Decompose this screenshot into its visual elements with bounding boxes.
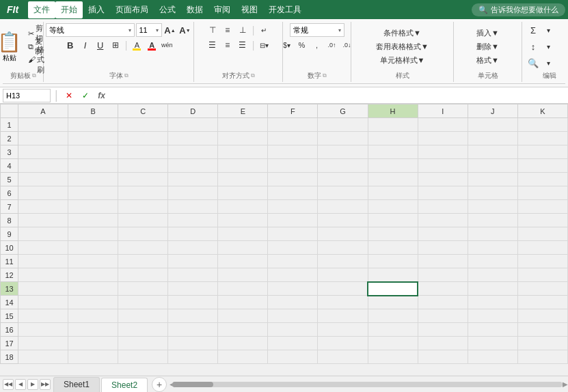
cell-J8[interactable] (468, 214, 517, 227)
cell-I6[interactable] (418, 186, 468, 200)
cell-J2[interactable] (468, 132, 517, 145)
menu-item-formula[interactable]: 公式 (154, 1, 181, 18)
scroll-right-btn[interactable]: ▶ (563, 380, 565, 389)
cell-B4[interactable] (68, 159, 118, 173)
cell-D3[interactable] (168, 145, 218, 159)
cell-B16[interactable] (68, 323, 118, 337)
cell-H11[interactable] (368, 255, 418, 268)
cell-A4[interactable] (18, 159, 68, 173)
sheet-tab-sheet2[interactable]: Sheet2 (101, 378, 148, 393)
cell-D14[interactable] (168, 296, 218, 309)
cell-I1[interactable] (418, 118, 468, 132)
cell-H3[interactable] (368, 145, 418, 159)
col-header-K[interactable]: K (517, 104, 567, 118)
increase-decimal-button[interactable]: .0↑ (325, 38, 339, 52)
cell-B13[interactable] (68, 282, 118, 296)
cell-A17[interactable] (18, 337, 68, 350)
cell-K17[interactable] (517, 337, 567, 350)
cell-B17[interactable] (68, 337, 118, 350)
decrease-font-button[interactable]: A▼ (178, 23, 192, 37)
horizontal-scrollbar[interactable] (172, 382, 563, 387)
row-num-11[interactable]: 11 (1, 255, 18, 268)
cell-D10[interactable] (168, 241, 218, 255)
bold-button[interactable]: B (64, 38, 77, 52)
cell-D13[interactable] (168, 282, 218, 296)
row-num-17[interactable]: 17 (1, 337, 18, 350)
fill-color-button[interactable]: A (130, 38, 144, 52)
row-num-4[interactable]: 4 (1, 159, 18, 173)
cell-E11[interactable] (218, 255, 268, 268)
cell-F5[interactable] (268, 173, 318, 186)
cell-J1[interactable] (468, 118, 517, 132)
cell-I5[interactable] (418, 173, 468, 186)
col-header-E[interactable]: E (218, 104, 268, 118)
cell-C1[interactable] (118, 118, 168, 132)
cell-H18[interactable] (368, 350, 418, 364)
menu-search[interactable]: 🔍 告诉我你想要做什么 (472, 3, 565, 16)
number-format-selector[interactable]: 常规 ▾ (290, 23, 344, 37)
cell-H10[interactable] (368, 241, 418, 255)
cell-C12[interactable] (118, 268, 168, 282)
cell-D1[interactable] (168, 118, 218, 132)
cell-A12[interactable] (18, 268, 68, 282)
col-header-C[interactable]: C (118, 104, 168, 118)
add-sheet-button[interactable]: + (152, 377, 167, 392)
cell-B14[interactable] (68, 296, 118, 309)
align-center-button[interactable]: ≡ (221, 38, 234, 52)
cell-I16[interactable] (418, 323, 468, 337)
row-num-2[interactable]: 2 (1, 132, 18, 145)
cell-I12[interactable] (418, 268, 468, 282)
cell-A3[interactable] (18, 145, 68, 159)
font-expand-icon[interactable]: ⧉ (124, 72, 129, 79)
cell-G1[interactable] (318, 118, 368, 132)
col-header-G[interactable]: G (318, 104, 368, 118)
italic-button[interactable]: I (79, 38, 92, 52)
cell-D11[interactable] (168, 255, 218, 268)
cell-G18[interactable] (318, 350, 368, 364)
cell-E16[interactable] (218, 323, 268, 337)
cell-G2[interactable] (318, 132, 368, 145)
cell-I17[interactable] (418, 337, 468, 350)
menu-item-insert[interactable]: 插入 (83, 1, 110, 18)
cell-B12[interactable] (68, 268, 118, 282)
wubi-button[interactable]: wén (160, 38, 174, 52)
col-header-B[interactable]: B (68, 104, 118, 118)
cell-C13[interactable] (118, 282, 168, 296)
cell-H13[interactable] (368, 282, 418, 296)
cell-E2[interactable] (218, 132, 268, 145)
cell-D18[interactable] (168, 350, 218, 364)
cell-I15[interactable] (418, 309, 468, 323)
cell-G7[interactable] (318, 200, 368, 214)
cell-I9[interactable] (418, 227, 468, 241)
cell-D16[interactable] (168, 323, 218, 337)
cell-E10[interactable] (218, 241, 268, 255)
cell-B5[interactable] (68, 173, 118, 186)
cell-G10[interactable] (318, 241, 368, 255)
sort-filter-button[interactable]: ↕ (526, 40, 540, 53)
align-bottom-button[interactable]: ⊥ (236, 23, 249, 37)
col-header-D[interactable]: D (168, 104, 218, 118)
cell-A18[interactable] (18, 350, 68, 364)
formula-confirm-button[interactable]: ✓ (79, 89, 92, 102)
row-num-8[interactable]: 8 (1, 214, 18, 227)
conditional-format-button[interactable]: 条件格式▼ (381, 27, 423, 39)
cell-C18[interactable] (118, 350, 168, 364)
autosum-button[interactable]: Σ (526, 23, 540, 37)
cell-K15[interactable] (517, 309, 567, 323)
cell-F16[interactable] (268, 323, 318, 337)
cell-D12[interactable] (168, 268, 218, 282)
format-cell-button[interactable]: 格式▼ (474, 54, 501, 66)
cell-G9[interactable] (318, 227, 368, 241)
cell-E3[interactable] (218, 145, 268, 159)
cell-F7[interactable] (268, 200, 318, 214)
autosum-dropdown-button[interactable]: ▾ (541, 23, 555, 37)
font-color-button[interactable]: A (145, 38, 159, 52)
cell-D15[interactable] (168, 309, 218, 323)
cell-F18[interactable] (268, 350, 318, 364)
cell-A5[interactable] (18, 173, 68, 186)
font-size-selector[interactable]: 11 ▾ (136, 23, 162, 37)
row-num-3[interactable]: 3 (1, 145, 18, 159)
formula-input[interactable] (111, 91, 565, 100)
cell-D7[interactable] (168, 200, 218, 214)
cell-B3[interactable] (68, 145, 118, 159)
